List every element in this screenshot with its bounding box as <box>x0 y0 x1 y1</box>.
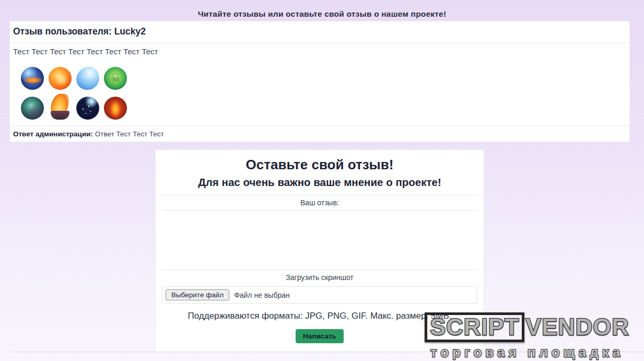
submit-review-button[interactable]: Написать <box>296 329 344 343</box>
scriptvendor-watermark: SCRIPTVENDOR торговая площадка <box>417 312 637 359</box>
red-fire-orb-icon <box>104 97 127 120</box>
blue-fire-orb-icon <box>21 67 44 90</box>
teal-skull-orb-icon <box>21 97 44 120</box>
admin-reply-label: Ответ администрации: <box>13 130 93 138</box>
admin-reply-text: Ответ Тест Тест Тест <box>95 130 164 138</box>
form-subtitle: Для нас очень важно ваше мнение о проект… <box>156 176 484 189</box>
orb-row <box>21 67 626 90</box>
review-body: Тест Тест Тест Тест Тест Тест Тест Тест <box>10 43 629 126</box>
review-title: Отзыв пользователя: Lucky2 <box>10 21 629 43</box>
review-textarea[interactable] <box>162 211 477 270</box>
review-card: Отзыв пользователя: Lucky2 Тест Тест Тес… <box>9 21 630 142</box>
page-title: Читайте отзывы или оставьте свой отзыв о… <box>0 0 644 19</box>
admin-reply: Ответ администрации: Ответ Тест Тест Тес… <box>10 126 629 142</box>
flame-bowl-orb-icon <box>49 97 72 120</box>
form-title: Оставьте свой отзыв! <box>156 157 484 173</box>
file-status-text: Файл не выбран <box>234 291 290 299</box>
screenshot-upload-label: Загрузить скриншот <box>156 270 484 285</box>
green-skull-orb-icon <box>104 67 127 90</box>
night-sky-orb-icon <box>76 97 99 120</box>
orb-row <box>21 97 626 120</box>
watermark-vendor-text: VENDOR <box>525 313 629 340</box>
water-splash-orb-icon <box>75 66 100 91</box>
review-textarea-label: Ваш отзыв: <box>156 195 484 210</box>
review-text: Тест Тест Тест Тест Тест Тест Тест Тест <box>13 47 626 56</box>
watermark-script-box: SCRIPT <box>425 312 524 342</box>
choose-file-button[interactable]: Выберите файл <box>166 289 229 300</box>
watermark-logo-text: SCRIPTVENDOR <box>417 312 637 342</box>
orange-flame-orb-icon <box>49 67 72 90</box>
review-attachments <box>21 67 626 120</box>
file-input[interactable]: Выберите файл Файл не выбран <box>162 286 477 304</box>
watermark-subtitle: торговая площадка <box>417 345 637 359</box>
